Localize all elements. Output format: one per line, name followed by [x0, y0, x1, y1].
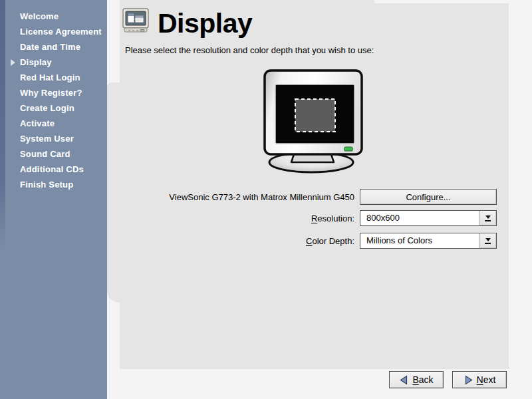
sidebar-item-create-login: Create Login: [0, 100, 107, 116]
sidebar-item-finish-setup: Finish Setup: [0, 177, 107, 192]
sidebar-item-label: Welcome: [20, 11, 59, 21]
sidebar-item-date-and-time: Date and Time: [0, 39, 107, 55]
back-label-rest: ack: [419, 374, 434, 385]
combo-arrow-bar: [485, 220, 491, 221]
sidebar-item-label: Create Login: [20, 103, 74, 113]
sidebar-item-system-user: System User: [0, 131, 107, 146]
color-depth-value: Millions of Colors: [360, 233, 479, 248]
resolution-value: 532x399: [360, 211, 479, 225]
color-depth-label-rest: olor Depth:: [312, 236, 354, 246]
resolution-label-mnemonic: R: [311, 213, 317, 223]
combo-arrow-icon: [485, 238, 491, 241]
content-panel: [120, 0, 509, 369]
next-label-rest: ext: [483, 374, 496, 385]
content-panel-left-extension: [107, 82, 124, 303]
sidebar-item-label: Finish Setup: [20, 180, 73, 190]
resolution-dropdown[interactable]: 532x399: [360, 210, 497, 226]
next-label-mnemonic: N: [477, 374, 483, 385]
back-button-label: Back: [412, 374, 433, 385]
color-depth-label: Color Depth:: [155, 236, 354, 246]
sidebar-item-label: Display: [20, 57, 52, 67]
instruction-text: Please select the resolution and color d…: [125, 45, 374, 55]
combo-arrow-icon: [485, 215, 491, 219]
setup-steps-list: Welcome License Agreement Date and Time …: [0, 9, 107, 192]
sidebar-item-additional-cds: Additional CDs: [0, 162, 107, 177]
sidebar-item-label: Why Register?: [20, 88, 82, 98]
sidebar-item-label: Additional CDs: [20, 164, 84, 174]
monitor-graphic: [256, 65, 369, 176]
resolution-label-rest: esolution:: [317, 213, 354, 223]
sidebar-item-display: Display: [0, 55, 107, 70]
configure-button[interactable]: Configure...: [360, 189, 497, 205]
combo-arrow-bar: [485, 243, 491, 244]
page-title: Display: [158, 8, 252, 39]
resolution-label: Resolution:: [155, 213, 354, 223]
sidebar-item-label: Activate: [20, 118, 55, 128]
sidebar-item-label: Date and Time: [20, 42, 80, 52]
sidebar-item-label: License Agreement: [20, 27, 102, 37]
sidebar-item-welcome: Welcome: [0, 9, 107, 24]
color-depth-label-mnemonic: C: [306, 236, 312, 246]
sidebar-item-activate: Activate: [0, 116, 107, 131]
content-panel-top-notch: [374, 0, 509, 3]
next-button[interactable]: Next: [452, 371, 507, 388]
active-step-arrow-icon: [11, 59, 15, 66]
back-label-mnemonic: B: [412, 374, 418, 385]
sidebar-item-red-hat-login: Red Hat Login: [0, 70, 107, 85]
resolution-dropdown-button[interactable]: [479, 211, 496, 225]
sidebar-item-why-register: Why Register?: [0, 85, 107, 100]
color-depth-dropdown-button[interactable]: [479, 233, 496, 248]
next-button-label: Next: [477, 374, 496, 385]
color-depth-dropdown[interactable]: Millions of Colors: [360, 233, 497, 249]
sidebar-item-label: Sound Card: [20, 149, 70, 159]
back-button[interactable]: Back: [389, 371, 444, 388]
sidebar-item-license-agreement: License Agreement: [0, 24, 107, 39]
sidebar-item-sound-card: Sound Card: [0, 146, 107, 162]
display-icon: [122, 8, 150, 35]
sidebar: Welcome License Agreement Date and Time …: [0, 0, 107, 399]
next-arrow-icon: [464, 375, 473, 385]
sidebar-item-label: System User: [20, 134, 74, 144]
monitor-and-card-label: ViewSonic G773-2 with Matrox Millennium …: [155, 192, 354, 202]
back-arrow-icon: [399, 375, 409, 385]
sidebar-item-label: Red Hat Login: [20, 72, 80, 82]
